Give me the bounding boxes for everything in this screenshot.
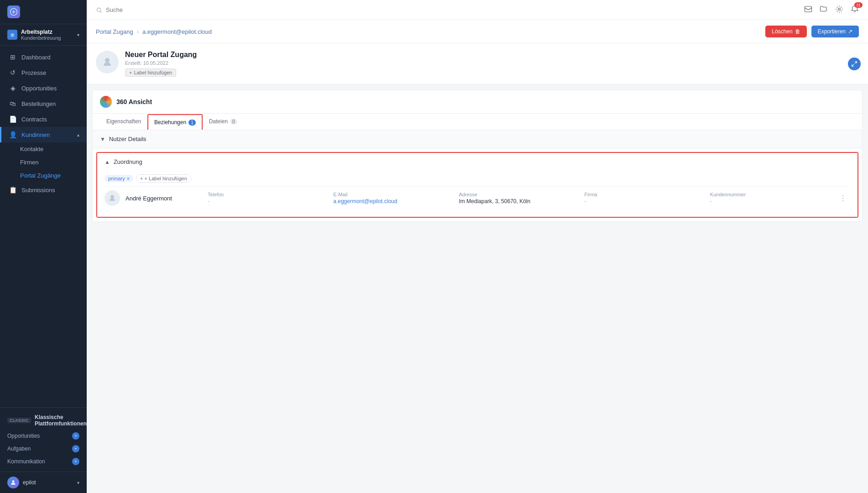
sidebar-sub-item-kontakte[interactable]: Kontakte (0, 142, 87, 156)
sidebar-item-bestellungen[interactable]: 🛍 Bestellungen (0, 96, 87, 111)
nutzer-details-header[interactable]: ▼ Nutzer Details (93, 130, 862, 148)
svg-rect-3 (805, 6, 812, 12)
export-label: Exportieren (818, 28, 846, 35)
tab-dateien[interactable]: Dateien 0 (203, 114, 244, 130)
contact-tags: primary × + + Label hinzufügen (105, 174, 850, 183)
svg-point-1 (12, 480, 15, 483)
section-360: 360 Ansicht Eigenschaften Beziehungen 1 … (92, 90, 863, 222)
kundennummer-value: - (710, 198, 836, 205)
sidebar: ⊞ Arbeitsplatz Kundenbetreuung ▾ ⊞ Dashb… (0, 0, 87, 493)
sidebar-user[interactable]: epilot ▾ (0, 472, 87, 493)
section-360-title: 360 Ansicht (116, 98, 152, 105)
plus-icon: + (140, 176, 143, 181)
svg-point-5 (105, 58, 110, 63)
breadcrumb-parent[interactable]: Portal Zugang (96, 28, 133, 35)
sidebar-bottom-item-opportunities[interactable]: Opportunities + (0, 430, 87, 442)
notification-icon[interactable]: 31 (851, 5, 859, 15)
contracts-icon: 📄 (9, 115, 17, 123)
more-options-icon[interactable]: ⋮ (836, 192, 850, 205)
sidebar-item-label: Submissions (21, 187, 55, 194)
sidebar-item-prozesse[interactable]: ↺ Prozesse (0, 65, 87, 80)
app-logo-icon (7, 5, 20, 18)
tab-beziehungen[interactable]: Beziehungen 1 (147, 114, 203, 130)
360-icon (100, 96, 112, 108)
sidebar-sub-item-portal-zugaenge[interactable]: Portal Zugänge (0, 169, 87, 182)
folder-icon[interactable] (820, 5, 828, 15)
sidebar-item-label: Dashboard (21, 54, 51, 61)
portal-header: Neuer Portal Zugang Erstellt: 10.05.2022… (87, 43, 868, 84)
mail-icon[interactable] (804, 5, 812, 15)
sidebar-bottom: CLASSIC Klassische Plattformfunktionen O… (0, 407, 87, 472)
firma-value: - (585, 198, 710, 205)
dateien-badge: 0 (230, 119, 237, 125)
bestellungen-icon: 🛍 (9, 100, 17, 107)
label-btn-text: Label hinzufügen (134, 70, 172, 75)
contact-telefon: Telefon - (208, 192, 333, 205)
chevron-down-icon: ▾ (77, 32, 79, 37)
search-input[interactable] (106, 6, 197, 13)
sidebar-bottom-item-aufgaben[interactable]: Aufgaben + (0, 442, 87, 455)
contact-name-text: André Eggermont (125, 195, 172, 202)
workspace-selector[interactable]: ⊞ Arbeitsplatz Kundenbetreuung ▾ (0, 24, 87, 46)
sidebar-bottom-item-kommunikation[interactable]: Kommunikation + (0, 455, 87, 468)
page-content: Portal Zugang › a.eggermont@epilot.cloud… (87, 20, 868, 493)
primary-tag: primary × (105, 175, 133, 182)
portal-title: Neuer Portal Zugang (125, 51, 197, 59)
breadcrumb-bar: Portal Zugang › a.eggermont@epilot.cloud… (87, 20, 868, 43)
user-name: epilot (23, 479, 36, 486)
delete-button[interactable]: Löschen 🗑 (765, 26, 806, 37)
expand-button[interactable] (848, 58, 861, 70)
breadcrumb: Portal Zugang › a.eggermont@epilot.cloud (96, 28, 212, 35)
primary-tag-label: primary (108, 176, 125, 181)
sidebar-logo (0, 0, 87, 24)
main-content: 31 Portal Zugang › a.eggermont@epilot.cl… (87, 0, 868, 493)
contact-avatar (105, 190, 120, 206)
portal-created: Erstellt: 10.05.2022 (125, 60, 197, 66)
sidebar-item-contracts[interactable]: 📄 Contracts (0, 111, 87, 127)
tab-label: Dateien (209, 118, 228, 125)
tab-eigenschaften[interactable]: Eigenschaften (100, 114, 147, 130)
workspace-icon: ⊞ (7, 30, 17, 40)
kundennummer-label: Kundennummer (710, 192, 836, 197)
beziehungen-badge: 1 (188, 120, 196, 126)
add-label-button[interactable]: + Label hinzufügen (125, 68, 176, 77)
contact-firma: Firma - (585, 192, 710, 205)
telefon-label: Telefon (208, 192, 333, 197)
settings-icon[interactable] (835, 5, 843, 15)
trash-icon: 🗑 (795, 28, 800, 35)
tab-label: Beziehungen (154, 119, 186, 126)
contact-kundennummer: Kundennummer - (710, 192, 836, 205)
nutzer-details-section: ▼ Nutzer Details (93, 130, 862, 148)
svg-point-4 (838, 8, 841, 10)
zuordnung-label: Zuordnung (114, 158, 142, 165)
kundinnen-icon: 👤 (9, 131, 17, 138)
sidebar-item-kundinnen[interactable]: 👤 Kundinnen ▴ (0, 127, 87, 142)
firma-label: Firma (585, 192, 710, 197)
workspace-name: Arbeitsplatz (21, 29, 61, 35)
breadcrumb-current[interactable]: a.eggermont@epilot.cloud (142, 28, 212, 35)
delete-label: Löschen (772, 28, 792, 35)
sidebar-item-opportunities[interactable]: ◈ Opportunities (0, 80, 87, 96)
add-label-tag[interactable]: + + Label hinzufügen (136, 174, 191, 183)
sidebar-item-dashboard[interactable]: ⊞ Dashboard (0, 49, 87, 65)
svg-point-6 (110, 195, 114, 199)
submissions-icon: 📋 (9, 186, 17, 194)
portal-avatar (96, 51, 119, 73)
sidebar-item-submissions[interactable]: 📋 Submissions (0, 182, 87, 198)
sidebar-bottom-item-label: Aufgaben (7, 446, 31, 452)
zuordnung-section: ▲ Zuordnung primary × + + Label hinzufüg… (96, 152, 858, 218)
opportunities-icon: ◈ (9, 84, 17, 92)
sidebar-sub-label: Kontakte (20, 146, 43, 152)
export-button[interactable]: Exportieren ↗ (811, 26, 859, 37)
classic-tag: CLASSIC (7, 418, 31, 423)
topbar-actions: 31 (804, 5, 859, 15)
adresse-value: Im Mediapark, 3, 50670, Köln (459, 198, 584, 205)
sidebar-sub-item-firmen[interactable]: Firmen (0, 156, 87, 169)
chevron-right-icon: ▼ (100, 136, 105, 142)
chevron-down-icon: ▾ (77, 480, 79, 485)
chevron-up-icon: ▴ (77, 132, 79, 137)
contact-email: E-Mail a.eggermont@epilot.cloud (333, 192, 459, 205)
zuordnung-header[interactable]: ▲ Zuordnung (97, 153, 858, 171)
tab-label: Eigenschaften (106, 118, 141, 125)
close-icon[interactable]: × (127, 176, 130, 181)
